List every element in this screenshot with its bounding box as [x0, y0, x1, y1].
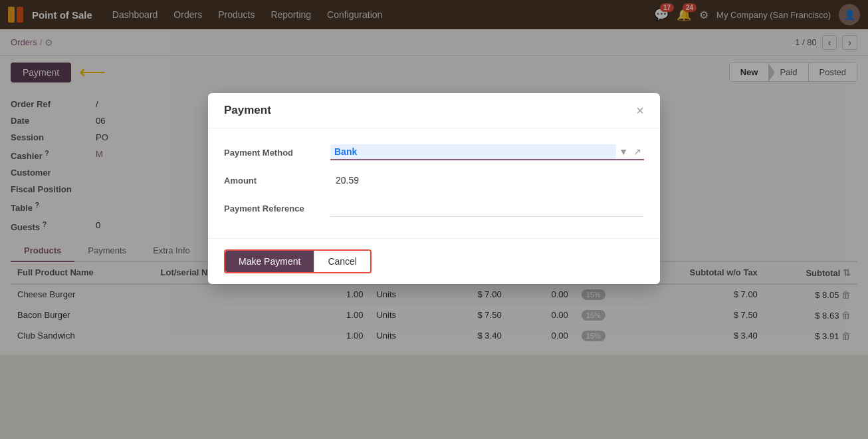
external-link-icon[interactable]: ↗	[631, 146, 644, 157]
modal-header: Payment ×	[208, 93, 660, 128]
payment-method-label: Payment Method	[224, 148, 330, 158]
payment-reference-label: Payment Reference	[224, 204, 330, 214]
cancel-button[interactable]: Cancel	[314, 251, 370, 272]
payment-reference-input[interactable]	[330, 200, 644, 217]
dropdown-arrow-icon[interactable]: ▼	[616, 146, 631, 157]
modal-close-button[interactable]: ×	[636, 104, 644, 117]
amount-value: 20.59	[330, 171, 364, 190]
amount-label: Amount	[224, 176, 330, 186]
footer-action-group: Make Payment Cancel	[224, 249, 372, 273]
modal-overlay: Payment × Payment Method ▼ ↗ Amount 20.5…	[0, 0, 868, 355]
payment-modal: Payment × Payment Method ▼ ↗ Amount 20.5…	[208, 93, 660, 284]
amount-field: Amount 20.59	[224, 171, 644, 190]
modal-body: Payment Method ▼ ↗ Amount 20.59 Payment …	[208, 128, 660, 238]
payment-reference-field: Payment Reference	[224, 200, 644, 217]
payment-reference-input-wrapper	[330, 200, 644, 217]
payment-method-select[interactable]: ▼ ↗	[330, 144, 644, 160]
modal-footer: Make Payment Cancel	[208, 238, 660, 284]
payment-method-text-input[interactable]	[330, 144, 616, 159]
payment-method-field: Payment Method ▼ ↗	[224, 144, 644, 160]
make-payment-button[interactable]: Make Payment	[225, 251, 314, 272]
modal-title: Payment	[224, 104, 271, 117]
payment-method-input-wrapper: ▼ ↗	[330, 144, 644, 160]
